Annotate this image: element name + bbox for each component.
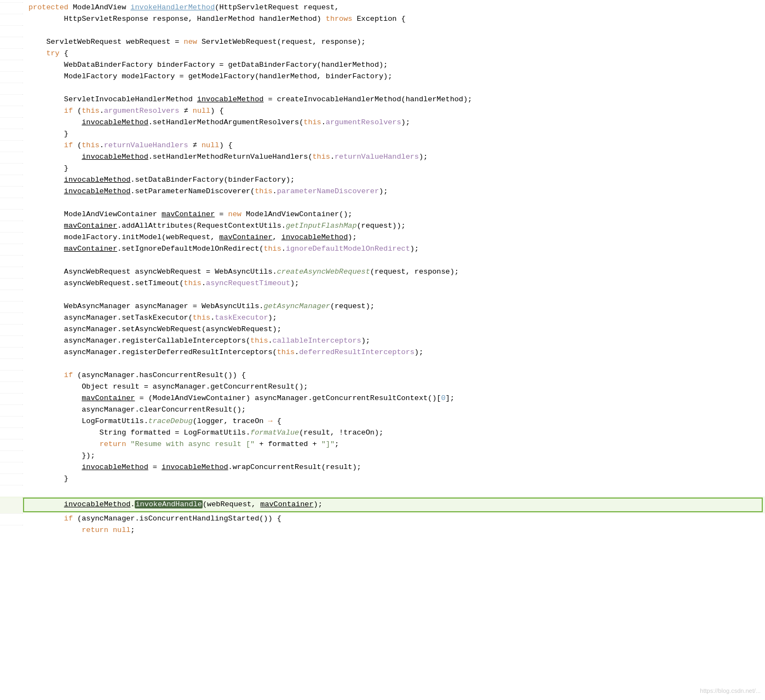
var-mavcontainer: mavContainer (82, 394, 135, 402)
code-line-34: Object result = asyncManager.getConcurre… (0, 381, 765, 393)
code-line-7: ModelFactory modelFactory = getModelFact… (0, 71, 765, 83)
code-line-40: }); (0, 450, 765, 462)
field: ignoreDefaultModelOnRedirect (286, 245, 410, 253)
field: returnValueHandlers (104, 141, 188, 149)
keyword: this (82, 141, 99, 149)
keyword: throws (326, 15, 353, 23)
code-line-28: asyncManager.setTaskExecutor(this.taskEx… (0, 313, 765, 324)
line-content-10: if (this.argumentResolvers ≠ null) { (23, 106, 765, 117)
code-line-21: modelFactory.initModel(webRequest, mavCo… (0, 232, 765, 244)
line-content-7: ModelFactory modelFactory = getModelFact… (23, 71, 765, 83)
line-content-24: AsyncWebRequest asyncWebRequest = WebAsy… (23, 267, 765, 278)
code-line-44: if (asyncManager.isConcurrentHandlingSta… (0, 513, 765, 525)
keyword: this (263, 245, 281, 253)
keyword: null (202, 141, 219, 149)
keyword: if (64, 107, 73, 115)
var-mavcontainer: mavContainer (162, 210, 215, 218)
var-mavcontainer-hl: mavContainer (260, 500, 313, 508)
keyword: this (250, 337, 268, 345)
var-invocable: invocableMethod (82, 153, 148, 161)
keyword: this (303, 118, 321, 126)
var-mavcontainer: mavContainer (64, 222, 117, 230)
line-number-2 (0, 14, 23, 14)
code-line-35: mavContainer = (ModelAndViewContainer) a… (0, 393, 765, 404)
line-number-5 (0, 48, 23, 49)
watermark: https://blog.csdn.net/... (700, 686, 761, 696)
number: 0 (441, 394, 445, 402)
keyword: this (255, 187, 272, 195)
line-content-37: LogFormatUtils.traceDebug(logger, traceO… (23, 416, 765, 427)
keyword: if (64, 141, 73, 149)
string-literal: "]" (321, 440, 335, 448)
keyword: return (82, 526, 108, 534)
line-content-hl: invocableMethod.invokeAndHandle(webReque… (23, 497, 763, 512)
line-number-33 (0, 370, 23, 371)
italic-method: createAsyncWebRequest (277, 268, 370, 276)
line-number-empty (0, 485, 23, 485)
line-number-26 (0, 290, 23, 290)
line-number-37 (0, 416, 23, 416)
line-number-36 (0, 404, 23, 405)
code-line-39: return "Resume with async result [" + fo… (0, 439, 765, 450)
line-content-29: asyncManager.setAsyncWebRequest(asyncWeb… (23, 324, 765, 335)
line-content-19: ModelAndViewContainer mavContainer = new… (23, 209, 765, 221)
line-number-40 (0, 450, 23, 451)
code-line-25: asyncWebRequest.setTimeout(this.asyncReq… (0, 278, 765, 290)
code-line-38: String formatted = LogFormatUtils.format… (0, 427, 765, 439)
code-editor: protected ModelAndView invokeHandlerMeth… (0, 0, 765, 700)
line-content-41: invocableMethod = invocableMethod.wrapCo… (23, 462, 765, 473)
line-content-4: ServletWebRequest webRequest = new Servl… (23, 37, 765, 48)
line-content-14: invocableMethod.setHandlerMethodReturnVa… (23, 152, 765, 163)
line-content-2: HttpServletResponse response, HandlerMet… (23, 14, 765, 25)
line-content-40: }); (23, 450, 765, 462)
line-content-22: mavContainer.setIgnoreDefaultModelOnRedi… (23, 244, 765, 255)
line-number-12 (0, 129, 23, 129)
field: callableInterceptors (273, 337, 361, 345)
line-number-45 (0, 525, 23, 525)
line-content-32 (23, 358, 765, 370)
var-invocable: invocableMethod (64, 176, 131, 184)
line-number-17 (0, 186, 23, 187)
code-line-1: protected ModelAndView invokeHandlerMeth… (0, 2, 765, 14)
line-number-13 (0, 140, 23, 141)
line-content-5: try { (23, 48, 765, 60)
var-invocable: invocableMethod (82, 118, 148, 126)
code-line-33: if (asyncManager.hasConcurrentResult()) … (0, 370, 765, 381)
line-content-empty (23, 485, 765, 496)
line-number-hl (0, 497, 23, 498)
keyword: new (184, 38, 197, 46)
line-number-29 (0, 324, 23, 325)
code-line-14: invocableMethod.setHandlerMethodReturnVa… (0, 152, 765, 163)
keyword: if (64, 514, 73, 523)
field: deferredResultInterceptors (299, 348, 415, 356)
code-line-11: invocableMethod.setHandlerMethodArgument… (0, 117, 765, 129)
italic-method: getInputFlashMap (286, 222, 357, 230)
line-content-33: if (asyncManager.hasConcurrentResult()) … (23, 370, 765, 381)
line-number-23 (0, 255, 23, 256)
code-line-17: invocableMethod.setParameterNameDiscover… (0, 186, 765, 198)
var-invocable: invocableMethod (64, 187, 131, 195)
line-number-34 (0, 381, 23, 382)
line-number-18 (0, 198, 23, 198)
line-content-35: mavContainer = (ModelAndViewContainer) a… (23, 393, 765, 404)
italic-method: formatValue (250, 429, 299, 437)
line-number-39 (0, 439, 23, 439)
code-line-23 (0, 255, 765, 267)
line-number-22 (0, 244, 23, 244)
line-number-6 (0, 60, 23, 60)
code-line-36: asyncManager.clearConcurrentResult(); (0, 404, 765, 416)
line-content-34: Object result = asyncManager.getConcurre… (23, 381, 765, 393)
line-content-30: asyncManager.registerCallableInterceptor… (23, 335, 765, 347)
code-line-18 (0, 198, 765, 209)
code-line-empty (0, 485, 765, 496)
line-content-26 (23, 290, 765, 301)
line-content-45: return null; (23, 525, 765, 536)
code-line-19: ModelAndViewContainer mavContainer = new… (0, 209, 765, 221)
line-content-23 (23, 255, 765, 267)
code-line-22: mavContainer.setIgnoreDefaultModelOnRedi… (0, 244, 765, 255)
keyword: protected (28, 3, 68, 11)
line-number-20 (0, 221, 23, 221)
code-line-2: HttpServletResponse response, HandlerMet… (0, 14, 765, 25)
line-content-42: } (23, 473, 765, 485)
code-line-26 (0, 290, 765, 301)
